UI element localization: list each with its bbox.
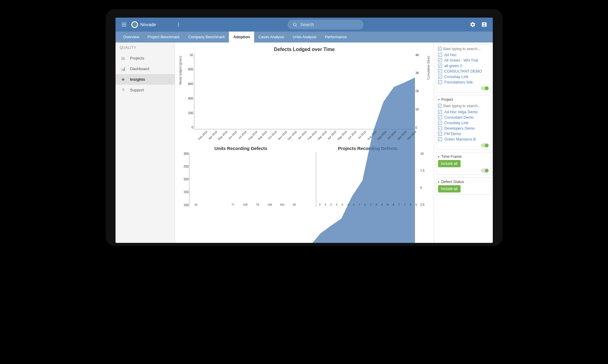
checkbox-icon[interactable]: ✓ [438, 121, 442, 125]
checkbox-icon[interactable]: ✓ [438, 115, 442, 119]
svg-point-4 [178, 24, 179, 25]
filter-timeframe-label: Time Frame [441, 155, 462, 159]
filter-project-label: Project [441, 97, 453, 102]
sidebar-item-projects[interactable]: 🗂Projects [116, 53, 175, 63]
more-icon[interactable] [174, 20, 183, 29]
checkbox-icon[interactable]: ✓ [438, 104, 441, 108]
tab-overview[interactable]: Overview [119, 32, 143, 43]
checkbox-icon[interactable]: ✓ [438, 47, 441, 51]
gear-icon[interactable] [468, 20, 477, 29]
svg-point-5 [178, 26, 179, 26]
checkbox-icon[interactable]: ✓ [438, 126, 442, 130]
svg-point-3 [178, 23, 179, 24]
insights-icon: ★ [120, 77, 126, 82]
filter-defect-status-label: Defect Status [441, 180, 464, 184]
filter-item[interactable]: ✓Ad Hoc Vega Demo [438, 109, 489, 115]
filter-item[interactable]: ✓CONSULTANT DEMO [438, 69, 489, 74]
sidebar-item-support[interactable]: ?Support [116, 85, 175, 95]
tab-company-benchmark[interactable]: Company Benchmark [184, 32, 229, 43]
account-icon[interactable] [480, 20, 489, 29]
checkbox-icon[interactable]: ✓ [438, 53, 442, 57]
chevron-down-icon[interactable]: ▾ [438, 98, 440, 101]
svg-line-7 [296, 26, 297, 26]
chart1-title: Defects Lodged over Time [181, 47, 428, 52]
project-search-input[interactable] [443, 104, 489, 108]
chip-include-all[interactable]: Include all [438, 160, 461, 167]
sidebar-section: QUALITY [116, 43, 175, 53]
projects-icon: 🗂 [120, 56, 126, 60]
chart-units-recording: Units Recording Defects 300250200150100 … [181, 146, 302, 209]
checkbox-icon[interactable]: ✓ [438, 110, 442, 114]
checkbox-icon[interactable]: ✓ [438, 58, 442, 62]
svg-point-6 [293, 23, 296, 26]
logo-icon [131, 21, 138, 28]
filter-item[interactable]: ✓Consultant Demo [438, 115, 489, 120]
brand-name: Novade [140, 22, 156, 27]
filter-item[interactable]: ✓Developers Demo [438, 126, 489, 131]
tab-cases-analysis[interactable]: Cases Analysis [254, 32, 288, 43]
sidebar-item-dashboard[interactable]: 📊Dashboard [116, 63, 175, 74]
toggle[interactable] [481, 86, 489, 90]
tab-units-analysis[interactable]: Units Analysis [288, 32, 321, 43]
filter-item[interactable]: ✓Crossbay Link [438, 74, 489, 80]
filter-item[interactable]: ✓FM Demo [438, 131, 489, 137]
checkbox-icon[interactable]: ✓ [438, 69, 442, 73]
toggle[interactable] [481, 168, 489, 173]
tab-adoption[interactable]: Adoption [229, 32, 254, 43]
filter-item[interactable]: ✓all green 2 [438, 63, 489, 69]
hamburger-icon[interactable] [120, 20, 128, 29]
filter-item[interactable]: ✓Foundations Site [438, 80, 489, 85]
chart-defects-over-time: Newly lodged (green) Cumulative (blue) 1… [181, 53, 428, 141]
tab-performance[interactable]: Performance [321, 32, 351, 43]
search-box[interactable] [288, 20, 364, 29]
sidebar-item-insights[interactable]: ★Insights [116, 74, 175, 85]
filter-timeframe: ▸ Time Frame Include all [436, 152, 491, 175]
chevron-right-icon[interactable]: ▸ [438, 155, 440, 158]
search-icon [292, 22, 297, 27]
chart-projects-recording: Projects Recording Defects 107.552.5 332… [307, 146, 428, 209]
filter-company: ✓ ✓Ad Hoc✓All Green - WH Trial✓all green… [436, 44, 491, 93]
filter-item[interactable]: ✓Ad Hoc [438, 52, 489, 58]
company-search-input[interactable] [443, 47, 489, 51]
tab-project-benchmark[interactable]: Project Benchmark [143, 32, 184, 43]
checkbox-icon[interactable]: ✓ [438, 75, 442, 79]
dashboard-icon: 📊 [120, 66, 126, 71]
support-icon: ? [120, 88, 126, 92]
checkbox-icon[interactable]: ✓ [438, 64, 442, 68]
filter-project: ▾ Project ✓ ✓Ad Hoc Vega Demo✓Consultant… [436, 95, 491, 150]
checkbox-icon[interactable]: ✓ [438, 132, 442, 136]
chevron-right-icon[interactable]: ▸ [438, 180, 440, 183]
filter-defect-status: ▸ Defect Status Include all [436, 177, 491, 195]
search-input[interactable] [300, 22, 359, 27]
filter-item[interactable]: ✓Crossbay Link [438, 120, 489, 126]
chip-include-all[interactable]: Include all [438, 185, 461, 192]
toggle[interactable] [481, 143, 489, 148]
filter-item[interactable]: ✓All Green - WH Trial [438, 58, 489, 63]
filter-item[interactable]: ✓Green Mansions B [438, 137, 489, 142]
brand-logo: Novade [131, 21, 156, 28]
checkbox-icon[interactable]: ✓ [438, 137, 442, 141]
svg-point-9 [483, 23, 485, 25]
checkbox-icon[interactable]: ✓ [438, 80, 442, 84]
